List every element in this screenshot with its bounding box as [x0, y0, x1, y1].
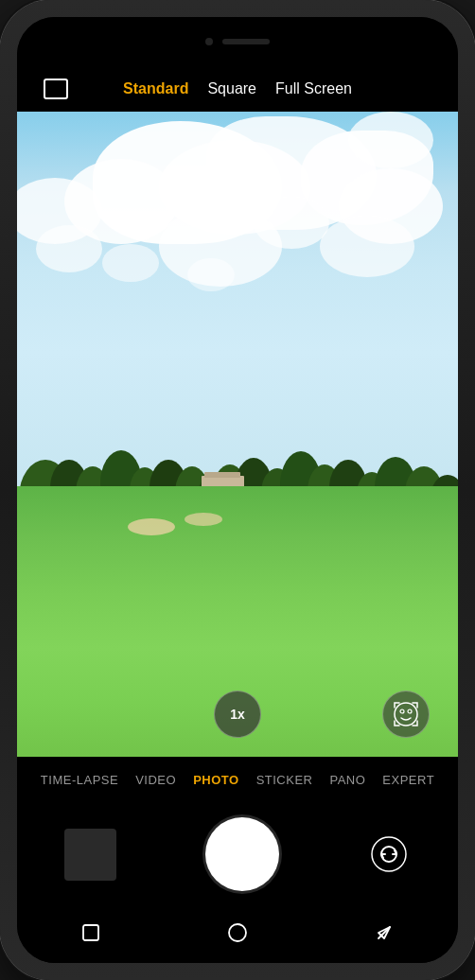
shoot-mode-video[interactable]: VIDEO: [135, 773, 176, 787]
viewfinder: 1x: [17, 112, 458, 757]
aspect-ratio-icon[interactable]: [44, 79, 68, 99]
svg-point-25: [229, 924, 246, 941]
phone-device: Standard Square Full Screen: [0, 0, 475, 980]
controls-bar: [17, 802, 458, 906]
top-bar: [17, 17, 458, 66]
shoot-mode-sticker[interactable]: STICKER: [256, 773, 313, 787]
notch: [176, 28, 299, 55]
gallery-thumbnail[interactable]: [64, 829, 116, 881]
nav-home-button[interactable]: [78, 919, 104, 946]
zoom-button[interactable]: 1x: [214, 691, 261, 738]
shooting-modes-bar: TIME-LAPSE VIDEO PHOTO STICKER PANO EXPE…: [17, 757, 458, 802]
aspect-mode-tabs: Standard Square Full Screen: [123, 80, 352, 97]
shutter-button[interactable]: [205, 817, 279, 891]
svg-rect-24: [83, 925, 98, 940]
zoom-label: 1x: [230, 707, 245, 722]
shoot-mode-expert[interactable]: EXPERT: [382, 773, 434, 787]
svg-point-20: [395, 703, 417, 726]
svg-rect-19: [204, 472, 240, 478]
speaker-grille: [222, 39, 270, 44]
nav-back-button[interactable]: [224, 919, 251, 946]
front-camera-dot: [205, 38, 213, 45]
mode-tab-square[interactable]: Square: [207, 80, 256, 97]
bottom-navigation: [17, 906, 458, 963]
svg-point-22: [408, 709, 412, 713]
ai-recognition-button[interactable]: [382, 691, 430, 738]
flip-camera-button[interactable]: [367, 832, 411, 876]
mode-tab-fullscreen[interactable]: Full Screen: [275, 80, 352, 97]
phone-screen: Standard Square Full Screen: [17, 17, 458, 963]
nav-recents-button[interactable]: [371, 919, 397, 946]
svg-point-23: [372, 837, 406, 871]
shoot-mode-pano[interactable]: PANO: [329, 773, 365, 787]
camera-header: Standard Square Full Screen: [17, 66, 458, 112]
shoot-mode-timelapse[interactable]: TIME-LAPSE: [41, 773, 118, 787]
mode-tab-standard[interactable]: Standard: [123, 80, 188, 97]
svg-point-21: [400, 709, 404, 713]
shoot-mode-photo[interactable]: PHOTO: [193, 773, 239, 787]
